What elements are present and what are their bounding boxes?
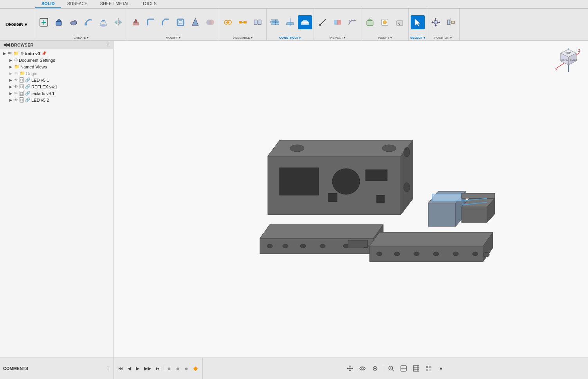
viewport-orbit-icon[interactable] <box>357 363 368 374</box>
viewport[interactable]: TOP FRONT RIGHT Z X <box>114 41 588 357</box>
play-option2-icon[interactable]: ⏺ <box>174 366 181 372</box>
browser-root-item[interactable]: ▶ 👁 📁 ⚙ todo v0 📌 <box>0 50 113 57</box>
led-v5-2-eye-icon[interactable]: 👁 <box>14 98 18 102</box>
modify-press-pull-icon[interactable] <box>129 15 143 29</box>
browser-item-teclado-v9-1[interactable]: ▶ 👁 □ 🔗 teclado v9:1 <box>0 90 113 97</box>
create-new-body-icon[interactable] <box>37 15 51 29</box>
root-pin-icon[interactable]: 📌 <box>41 51 46 56</box>
reflex-v4-1-eye-icon[interactable]: 👁 <box>14 84 18 89</box>
comments-options-icon[interactable]: ⋮ <box>106 366 110 371</box>
svg-rect-28 <box>258 20 261 25</box>
assemble-joint-icon[interactable] <box>221 15 235 29</box>
construct-offset-plane-icon[interactable] <box>268 15 282 29</box>
modify-group-label[interactable]: MODIFY▾ <box>166 36 180 40</box>
insert-group-label[interactable]: INSERT▾ <box>378 36 391 40</box>
browser-item-named-views[interactable]: ▶ 📁 Named Views <box>0 63 113 70</box>
viewport-render-mode-icon[interactable] <box>423 363 434 374</box>
insert-decal-icon[interactable]: A <box>393 15 407 29</box>
construct-plane-angle-icon[interactable] <box>283 15 297 29</box>
svg-point-124 <box>361 367 364 370</box>
toolbar-group-assemble: ASSEMBLE▾ <box>219 9 267 40</box>
led-v5-1-eye-icon[interactable]: 👁 <box>14 78 18 82</box>
browser-item-document-settings[interactable]: ▶ ⚙ Document Settings <box>0 57 113 63</box>
select-tool-icon[interactable] <box>411 15 425 29</box>
tab-surface[interactable]: SURFACE <box>61 0 94 8</box>
modify-fillet-icon[interactable] <box>144 15 158 29</box>
select-group-label[interactable]: SELECT▾ <box>410 36 425 40</box>
inspect-group-label[interactable]: INSPECT▾ <box>330 36 346 40</box>
viewport-zoomfit-icon[interactable] <box>386 363 397 374</box>
position-move-icon[interactable] <box>429 15 443 29</box>
svg-point-91 <box>283 244 288 248</box>
play-last-icon[interactable]: ⏭ <box>154 365 162 372</box>
assemble-contact-icon[interactable] <box>251 15 265 29</box>
origin-folder-icon: 📁 <box>20 71 25 76</box>
assemble-motion-link-icon[interactable] <box>236 15 250 29</box>
inspect-curvature-icon[interactable] <box>345 15 359 29</box>
named-views-arrow: ▶ <box>8 65 13 69</box>
svg-rect-14 <box>133 22 139 25</box>
play-option1-icon[interactable]: ⏺ <box>166 366 173 372</box>
play-first-icon[interactable]: ⏮ <box>117 365 124 372</box>
tab-solid[interactable]: SOLID <box>35 0 61 8</box>
browser-root-label: todo v0 <box>25 51 40 56</box>
led-v5-2-arrow: ▶ <box>8 98 13 102</box>
svg-text:RIGHT: RIGHT <box>570 59 577 61</box>
design-menu-button[interactable]: DESIGN ▾ <box>0 9 35 40</box>
modify-shell-icon[interactable] <box>173 15 188 29</box>
create-revolve-icon[interactable] <box>67 15 81 29</box>
tab-tools[interactable]: TOOLS <box>136 0 163 8</box>
position-align-icon[interactable] <box>444 15 458 29</box>
svg-marker-45 <box>368 18 372 21</box>
browser-item-led-v5-2[interactable]: ▶ 👁 □ 🔗 LED v5:2 <box>0 97 113 103</box>
modify-combine-icon[interactable] <box>203 15 217 29</box>
root-eye-icon[interactable]: 👁 <box>8 51 12 56</box>
play-play-icon[interactable]: ▶ <box>134 365 141 372</box>
insert-svg-icon[interactable] <box>378 15 392 29</box>
modify-chamfer-icon[interactable] <box>159 15 173 29</box>
browser-collapse-icon[interactable]: ◀◀ <box>3 42 9 47</box>
browser-tree: ▶ 👁 📁 ⚙ todo v0 📌 ▶ ⚙ Document Settings … <box>0 49 113 357</box>
assemble-group-label[interactable]: ASSEMBLE▾ <box>233 36 252 40</box>
browser-item-led-v5-1[interactable]: ▶ 👁 □ 🔗 LED v5:1 <box>0 77 113 83</box>
teclado-v9-1-arrow: ▶ <box>8 92 13 95</box>
construct-group-label[interactable]: CONSTRUCT ▸ <box>279 36 301 40</box>
create-group-label[interactable]: CREATE▾ <box>74 36 88 40</box>
construct-tangent-plane-icon[interactable] <box>298 15 312 29</box>
tab-sheet-metal[interactable]: SHEET METAL <box>94 0 136 8</box>
create-mirror-icon[interactable] <box>111 15 125 29</box>
create-loft-icon[interactable] <box>96 15 110 29</box>
viewport-display-mode-icon[interactable] <box>398 363 409 374</box>
toolbar-group-position: POSITION▾ <box>427 9 460 40</box>
play-option4-icon[interactable]: 🔶 <box>191 366 199 372</box>
position-group-label[interactable]: POSITION▾ <box>434 36 451 40</box>
viewport-lookat-icon[interactable] <box>370 363 381 374</box>
modify-draft-icon[interactable] <box>188 15 202 29</box>
svg-marker-98 <box>370 232 493 246</box>
svg-rect-27 <box>254 20 257 25</box>
browser-item-origin[interactable]: ▶ 👁 📁 Origin <box>0 70 113 77</box>
viewport-more-icon[interactable]: ▾ <box>436 363 447 374</box>
svg-marker-120 <box>349 370 351 372</box>
create-extrude-icon[interactable] <box>52 15 66 29</box>
svg-marker-97 <box>370 246 483 262</box>
orientation-cube[interactable]: TOP FRONT RIGHT Z X <box>553 45 584 76</box>
play-next-icon[interactable]: ▶▶ <box>142 365 153 372</box>
play-prev-icon[interactable]: ◀ <box>126 365 133 372</box>
play-option3-icon[interactable]: ⏺ <box>183 366 190 372</box>
svg-rect-25 <box>243 21 247 23</box>
teclado-v9-1-eye-icon[interactable]: 👁 <box>14 91 18 95</box>
viewport-pan-zoom-icon[interactable] <box>345 363 355 374</box>
create-sweep-icon[interactable] <box>81 15 96 29</box>
browser-options-icon[interactable]: ⋮ <box>106 42 110 47</box>
viewport-grid-icon[interactable] <box>411 363 422 374</box>
insert-mesh-icon[interactable] <box>363 15 377 29</box>
origin-label: Origin <box>26 71 37 76</box>
reflex-v4-1-body-icon: □ <box>20 84 23 89</box>
inspect-interference-icon[interactable] <box>330 15 345 29</box>
svg-rect-78 <box>280 168 319 195</box>
inspect-measure-icon[interactable] <box>316 15 330 29</box>
browser-item-reflex-v4-1[interactable]: ▶ 👁 □ 🔗 REFLEX v4:1 <box>0 83 113 90</box>
origin-eye-icon[interactable]: 👁 <box>14 71 18 75</box>
led-v5-2-link-icon: 🔗 <box>25 97 31 102</box>
